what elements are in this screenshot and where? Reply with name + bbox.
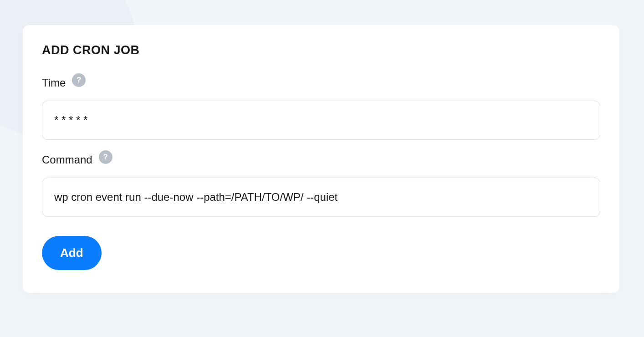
time-label-row: Time ? [42,77,600,89]
command-label: Command [42,153,92,166]
command-input[interactable] [42,178,600,217]
help-icon[interactable]: ? [72,73,86,87]
help-icon[interactable]: ? [99,150,112,164]
card-title: ADD CRON JOB [42,43,600,57]
time-input[interactable] [42,101,600,140]
command-label-row: Command ? [42,153,600,166]
add-cron-job-card: ADD CRON JOB Time ? Command ? Add [23,25,619,293]
time-field-group: Time ? [42,77,600,140]
time-label: Time [42,77,66,89]
command-field-group: Command ? [42,153,600,217]
add-button[interactable]: Add [42,236,102,270]
